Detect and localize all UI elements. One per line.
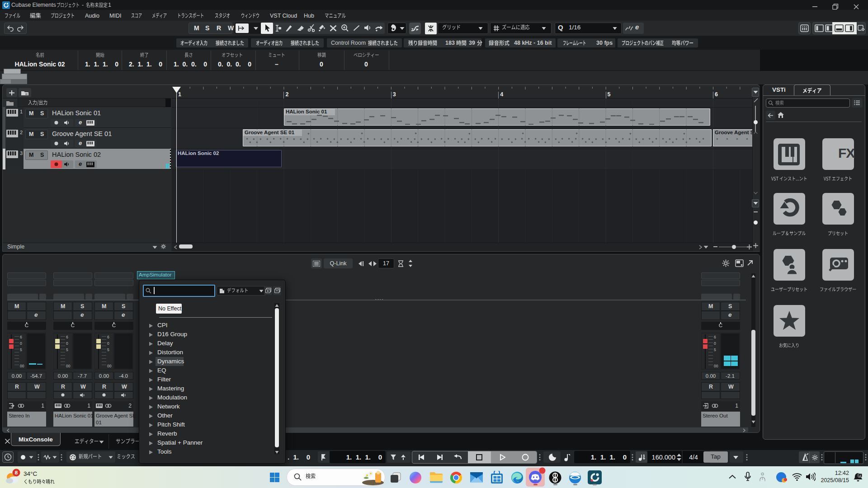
svg-text:z: z xyxy=(859,474,861,478)
